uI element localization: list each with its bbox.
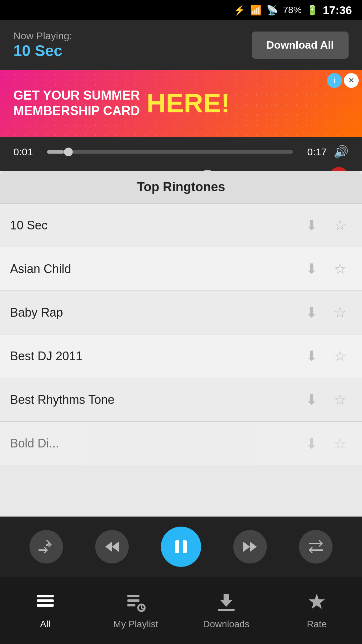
ringtones-section: Top Ringtones 10 Sec ⬇ ☆ Asian Child ⬇ ☆… [0, 171, 362, 517]
download-icon[interactable]: ⬇ [300, 388, 323, 412]
ad-close-button[interactable]: ✕ [344, 73, 359, 88]
rewind-button[interactable] [95, 530, 129, 564]
ringtone-name: Bold Di... [10, 436, 300, 450]
list-item[interactable]: Bold Di... ⬇ ☆ [0, 422, 362, 465]
ringtone-actions: ⬇ ☆ [300, 432, 352, 455]
svg-rect-10 [127, 599, 139, 602]
favorite-icon[interactable]: ☆ [328, 301, 352, 324]
download-icon[interactable]: ⬇ [300, 301, 323, 324]
nav-label-all: All [40, 619, 50, 630]
downloads-icon [216, 592, 236, 616]
ringtone-actions: ⬇ ☆ [300, 301, 352, 324]
download-icon[interactable]: ⬇ [300, 344, 323, 368]
favorite-icon[interactable]: ☆ [328, 344, 352, 368]
ad-info-button[interactable]: i [327, 73, 342, 88]
svg-rect-9 [127, 595, 139, 597]
clock-label: 17:36 [323, 4, 352, 17]
list-item[interactable]: Best Rhythms Tone ⬇ ☆ [0, 378, 362, 422]
ringtone-actions: ⬇ ☆ [300, 388, 352, 412]
ringtone-actions: ⬇ ☆ [300, 344, 352, 368]
svg-marker-16 [220, 594, 232, 607]
ringtone-name: Best DJ 2011 [10, 349, 300, 363]
status-bar: ⚡ 📶 📡 78% 🔋 17:36 [0, 0, 362, 20]
ad-text-block: GET YOUR SUMMER MEMBERSHIP CARD [13, 88, 140, 118]
speaker-icon: 🔊 [334, 145, 349, 159]
nav-label-downloads: Downloads [203, 619, 250, 630]
playback-bar [0, 517, 362, 577]
total-time-label: 0:17 [300, 146, 327, 158]
download-all-button[interactable]: Download All [252, 32, 349, 59]
ringtone-name: Baby Rap [10, 306, 300, 320]
progress-thumb [64, 148, 73, 156]
battery-icon: 🔋 [306, 5, 318, 16]
status-icons: ⚡ 📶 📡 78% 🔋 17:36 [234, 4, 352, 17]
nav-label-rate: Rate [307, 619, 326, 630]
nav-label-playlist: My Playlist [113, 619, 158, 630]
header: Now Playing: 10 Sec Download All [0, 20, 362, 70]
ad-highlight: HERE! [146, 88, 230, 119]
svg-rect-11 [127, 604, 135, 606]
download-icon[interactable]: ⬇ [300, 432, 323, 455]
ringtone-actions: ⬇ ☆ [300, 214, 352, 237]
progress-bar[interactable] [47, 150, 293, 154]
nav-item-my-playlist[interactable]: My Playlist [90, 577, 181, 644]
pause-button[interactable] [161, 527, 201, 567]
svg-marker-1 [112, 542, 119, 552]
shuffle-button[interactable] [29, 530, 63, 564]
favorite-icon[interactable]: ☆ [328, 388, 352, 412]
bluetooth-icon: ⚡ [234, 5, 245, 16]
repeat-button[interactable] [299, 530, 333, 564]
wifi-icon: 📶 [250, 5, 262, 16]
progress-row: 0:01 0:17 🔊 [13, 145, 349, 159]
now-playing-label: Now Playing: [13, 30, 72, 42]
battery-label: 78% [283, 5, 302, 15]
favorite-icon[interactable]: ☆ [328, 214, 352, 237]
svg-marker-4 [243, 542, 250, 552]
forward-button[interactable] [233, 530, 267, 564]
now-playing-title: 10 Sec [13, 42, 72, 60]
list-item[interactable]: Baby Rap ⬇ ☆ [0, 291, 362, 334]
list-item[interactable]: Best DJ 2011 ⬇ ☆ [0, 334, 362, 378]
svg-rect-7 [37, 599, 54, 602]
list-item[interactable]: Asian Child ⬇ ☆ [0, 247, 362, 291]
svg-rect-15 [218, 609, 235, 611]
svg-rect-3 [183, 540, 187, 553]
ad-banner[interactable]: GET YOUR SUMMER MEMBERSHIP CARD HERE! i … [0, 70, 362, 137]
playlist-icon [126, 592, 146, 616]
ringtones-list-wrapper: Top Ringtones 10 Sec ⬇ ☆ Asian Child ⬇ ☆… [0, 171, 362, 517]
ringtone-name: 10 Sec [10, 218, 300, 232]
favorite-icon[interactable]: ☆ [328, 257, 352, 281]
nav-item-downloads[interactable]: Downloads [181, 577, 272, 644]
signal-icon: 📡 [266, 5, 278, 16]
svg-rect-6 [37, 595, 54, 597]
svg-rect-2 [175, 540, 179, 553]
ad-line1: GET YOUR SUMMER MEMBERSHIP CARD [13, 88, 140, 118]
ringtone-name: Best Rhythms Tone [10, 393, 300, 407]
all-icon [35, 592, 55, 616]
favorite-icon[interactable]: ☆ [328, 432, 352, 455]
nav-item-all[interactable]: All [0, 577, 90, 644]
progress-fill [47, 150, 64, 154]
svg-marker-5 [250, 542, 257, 552]
download-icon[interactable]: ⬇ [300, 214, 323, 237]
rate-icon [307, 592, 327, 616]
bottom-nav: All My Playlist Downloads [0, 577, 362, 644]
svg-rect-8 [37, 604, 54, 607]
svg-line-14 [141, 608, 144, 609]
current-time-label: 0:01 [13, 146, 40, 158]
list-item[interactable]: 10 Sec ⬇ ☆ [0, 204, 362, 247]
download-icon[interactable]: ⬇ [300, 257, 323, 281]
ringtones-header: Top Ringtones [0, 171, 362, 204]
svg-marker-0 [105, 542, 112, 552]
ringtone-name: Asian Child [10, 262, 300, 276]
now-playing-info: Now Playing: 10 Sec [13, 30, 72, 60]
ringtone-actions: ⬇ ☆ [300, 257, 352, 281]
nav-item-rate[interactable]: Rate [272, 577, 362, 644]
svg-marker-17 [309, 594, 325, 609]
